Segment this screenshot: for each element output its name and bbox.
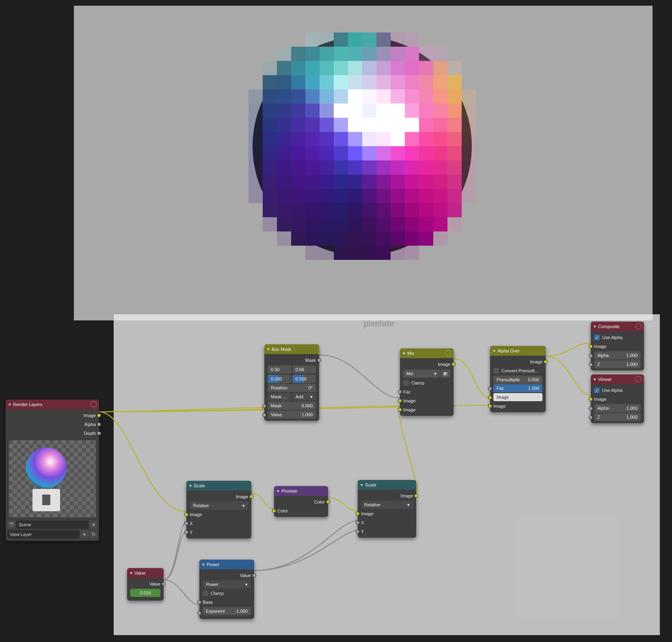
usealpha-checkbox[interactable]: ✓ xyxy=(594,387,600,393)
node-header[interactable]: ▾ Scale xyxy=(186,481,251,491)
field-mask-in[interactable]: Mask0.000 xyxy=(268,402,316,410)
socket-out-alpha[interactable] xyxy=(97,422,101,426)
socket-in-alpha[interactable] xyxy=(589,406,593,411)
checkbox-label: Use Alpha xyxy=(602,388,622,393)
node-options-icon[interactable] xyxy=(91,401,97,407)
node-value[interactable]: ▾ Value Value 0.016 xyxy=(127,568,164,601)
node-mix[interactable]: ▾ Mix Image Mix▾ ◩ Clamp Fac Image Image xyxy=(400,348,454,416)
clamp-checkbox[interactable] xyxy=(203,590,208,596)
socket-out-color[interactable] xyxy=(326,500,330,504)
clamp-checkbox[interactable] xyxy=(403,380,409,386)
node-header[interactable]: ▾ Value xyxy=(127,568,164,578)
node-viewer[interactable]: ▾ Viewer ✓Use Alpha Image Alpha1.000 Z1.… xyxy=(591,374,644,423)
refresh-icon[interactable]: ↻ xyxy=(89,530,97,538)
node-header[interactable]: ▾ Scale xyxy=(358,480,416,490)
nodegroup-label: pixelate xyxy=(363,318,394,329)
node-header[interactable]: ▾ Alpha Over xyxy=(490,346,546,356)
mix-invert-icon[interactable]: ◩ xyxy=(441,370,450,378)
field-rotation[interactable]: Rotation0° xyxy=(268,384,316,392)
field-value-in[interactable]: Value1.000 xyxy=(268,411,316,419)
node-render-layers[interactable]: ▾ Render Layers Image Alpha Depth 🎬 Scen… xyxy=(6,400,99,541)
socket-in-y[interactable] xyxy=(356,530,360,534)
socket-in-exponent[interactable] xyxy=(197,611,201,615)
node-scale-2[interactable]: ▾ Scale Image Relative▾ Image X Y xyxy=(358,480,416,538)
masktype-dropdown[interactable]: Add▾ xyxy=(292,393,316,401)
field-w[interactable]: 0.500 xyxy=(268,375,291,383)
socket-in-fac[interactable] xyxy=(488,387,492,391)
socket-out-image[interactable] xyxy=(249,495,253,499)
usealpha-checkbox[interactable]: ✓ xyxy=(594,335,600,340)
math-mode-dropdown[interactable]: Power▾ xyxy=(203,580,251,588)
node-header[interactable]: ▾ Composite xyxy=(591,322,644,331)
field-y[interactable]: 0.66 xyxy=(292,365,316,374)
socket-in-image[interactable] xyxy=(184,512,188,517)
chevron-down-icon: ▾ xyxy=(361,483,363,487)
socket-in-image[interactable] xyxy=(356,512,360,516)
field-image1[interactable]: Image xyxy=(493,393,542,401)
node-header[interactable]: ▾ Pixelate xyxy=(274,486,328,496)
field-alpha[interactable]: Alpha1.000 xyxy=(594,351,641,359)
socket-out-value[interactable] xyxy=(252,573,256,577)
node-header[interactable]: ▾ Box Mask xyxy=(264,344,319,354)
node-header[interactable]: ▾ Power xyxy=(199,560,254,569)
socket-in-image2[interactable] xyxy=(488,404,492,408)
socket-in-fac[interactable] xyxy=(398,390,402,394)
field-z[interactable]: Z1.000 xyxy=(594,360,641,368)
socket-in-base[interactable] xyxy=(197,600,201,604)
socket-label: X xyxy=(361,520,364,525)
field-premul[interactable]: Premultiplie0.000 xyxy=(493,376,542,384)
field-h[interactable]: 0.500 xyxy=(292,375,316,383)
scene-icon[interactable]: 🎬 xyxy=(7,521,15,529)
socket-in-color[interactable] xyxy=(272,509,276,513)
mix-mode-dropdown[interactable]: Mix▾ xyxy=(403,370,440,378)
field-fac[interactable]: Fac1.000 xyxy=(493,384,542,392)
socket-in-image1[interactable] xyxy=(488,396,492,400)
node-composite[interactable]: ▾ Composite ✓Use Alpha Image Alpha1.000 … xyxy=(591,322,644,370)
viewlayer-selector[interactable]: View Layer xyxy=(7,530,80,538)
scene-selector[interactable]: Scene xyxy=(16,521,89,529)
socket-out-mask[interactable] xyxy=(317,358,321,362)
socket-in-alpha[interactable] xyxy=(589,354,593,358)
node-scale-1[interactable]: ▾ Scale Image Relative▾ Image X Y xyxy=(186,481,251,538)
close-icon[interactable]: ✕ xyxy=(89,521,97,529)
convert-checkbox[interactable] xyxy=(493,368,499,374)
node-box-mask[interactable]: ▾ Box Mask Mask 0.50 0.66 0.500 0.500 Ro… xyxy=(264,344,319,421)
socket-out-depth[interactable] xyxy=(97,431,101,435)
socket-in-image[interactable] xyxy=(589,344,593,348)
socket-label: Depth xyxy=(84,431,96,436)
field-exponent[interactable]: Exponent-1.000 xyxy=(203,607,251,615)
node-header[interactable]: ▾ Render Layers xyxy=(6,400,99,409)
socket-in-z[interactable] xyxy=(589,415,593,419)
socket-out-value[interactable] xyxy=(162,582,166,586)
socket-label: Alpha xyxy=(84,422,96,427)
socket-in-x[interactable] xyxy=(356,521,360,525)
node-pixelate[interactable]: ▾ Pixelate Color Color xyxy=(274,486,328,517)
node-options-icon[interactable] xyxy=(445,350,451,356)
socket-in-mask[interactable] xyxy=(262,404,266,408)
socket-out-image[interactable] xyxy=(97,413,101,417)
socket-in-image1[interactable] xyxy=(398,399,402,403)
node-title: Scale xyxy=(194,483,205,488)
socket-in-image2[interactable] xyxy=(398,408,402,412)
socket-in-value[interactable] xyxy=(262,413,266,417)
socket-out-image[interactable] xyxy=(544,360,548,364)
socket-in-y[interactable] xyxy=(184,530,188,534)
scale-mode-dropdown[interactable]: Relative▾ xyxy=(190,501,248,510)
node-header[interactable]: ▾ Viewer xyxy=(591,374,644,384)
scale-mode-dropdown[interactable]: Relative▾ xyxy=(361,501,413,509)
socket-out-image[interactable] xyxy=(452,362,456,366)
field-x[interactable]: 0.50 xyxy=(268,365,291,374)
field-z[interactable]: Z1.000 xyxy=(594,413,641,421)
value-field[interactable]: 0.016 xyxy=(130,589,160,597)
node-options-icon[interactable] xyxy=(635,323,642,329)
node-alpha-over[interactable]: ▾ Alpha Over Image Convert Premulti… Pre… xyxy=(490,346,546,412)
field-alpha[interactable]: Alpha1.000 xyxy=(594,404,641,412)
socket-in-image[interactable] xyxy=(589,397,593,401)
socket-in-z[interactable] xyxy=(589,363,593,367)
node-header[interactable]: ▾ Mix xyxy=(400,348,454,358)
node-options-icon[interactable] xyxy=(635,376,642,382)
socket-in-x[interactable] xyxy=(184,521,188,525)
chevron-down-icon[interactable]: ▾ xyxy=(80,530,89,538)
node-power[interactable]: ▾ Power Value Power▾ Clamp Base Exponent… xyxy=(199,560,254,619)
socket-out-image[interactable] xyxy=(414,494,418,498)
